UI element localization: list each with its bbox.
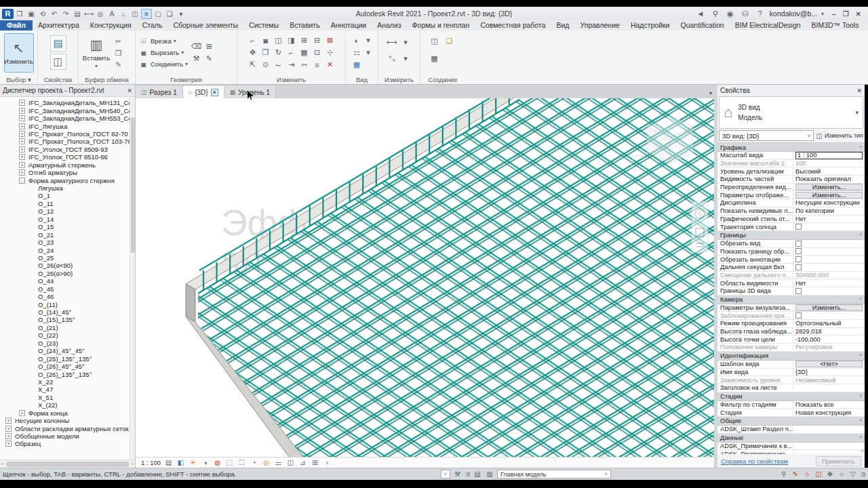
property-value[interactable] (793, 288, 865, 294)
ribbon-tab-сталь[interactable]: Сталь (137, 20, 168, 30)
section-header-стадии[interactable]: Стадии^ (717, 392, 865, 401)
tree-item[interactable]: О_(11) (0, 300, 135, 308)
geometry-row-вырезать[interactable]: ◙Вырезать▾ (138, 47, 188, 58)
temp-view-icon[interactable]: ◫ (286, 458, 295, 468)
property-edit-button[interactable]: Изменить... (795, 192, 863, 199)
paint-icon[interactable]: ⚒ (190, 53, 203, 65)
pan-icon[interactable]: ⇱ (246, 59, 259, 71)
property-value[interactable]: <Нет> (793, 361, 865, 368)
property-value[interactable] (793, 264, 865, 270)
browser-horizontal-scrollbar[interactable]: ‹› (0, 460, 135, 468)
extend-icon[interactable]: ⇥ (285, 59, 298, 71)
select-by-face-icon[interactable]: ◫ (814, 470, 823, 478)
checkbox[interactable] (795, 241, 802, 247)
copy-icon[interactable]: ❐ (259, 47, 272, 59)
default-3d-view-icon[interactable]: ⌂ (118, 9, 129, 19)
tree-item[interactable]: +IFC_Прокат_Полоса_ГОСТ 103-76 (0, 138, 135, 145)
property-value[interactable]: Изменить... (793, 192, 865, 199)
project-browser-header[interactable]: Диспетчер проекта - Проект2.rvt ✕ (0, 85, 135, 97)
expand-box-icon[interactable]: + (5, 433, 12, 439)
expand-box-icon[interactable]: + (19, 169, 25, 176)
tree-item[interactable]: +Несущие колонны (0, 417, 135, 424)
property-edit-button[interactable]: <Нет> (795, 361, 863, 368)
property-value[interactable]: Высокий (793, 168, 865, 175)
modify-button[interactable]: ↖ Изменить (4, 33, 34, 73)
thin-lines-icon[interactable]: ≡ (141, 9, 152, 19)
store-icon[interactable]: ⛁ (740, 9, 751, 19)
tree-item[interactable]: Х_22 (0, 378, 135, 386)
tree-item[interactable]: +IFC_ЗакладнаяДеталь_МН540_Серия 1.4 (0, 106, 135, 114)
tree-item[interactable]: О_12 (0, 207, 135, 215)
tree-item[interactable]: О_(15)_135° (0, 316, 135, 323)
expand-box-icon[interactable]: + (19, 123, 25, 129)
geometry-row-соединить[interactable]: ◙Соединить▾ (138, 58, 188, 70)
type-selector-dropdown-icon[interactable]: ▾ (855, 109, 859, 116)
property-value[interactable]: {3D} (793, 369, 865, 375)
worksets-combo[interactable]: ˅ (441, 470, 450, 479)
ribbon-tab-bim3d-tools[interactable]: BIM3D™ Tools (806, 20, 865, 30)
group-create-icon[interactable]: ◫ (428, 35, 441, 47)
ribbon-tab-архитектура[interactable]: Архитектура (33, 20, 85, 30)
checkbox[interactable] (795, 264, 802, 270)
tree-item[interactable]: +Арматурный стержень (0, 161, 135, 169)
tree-item[interactable]: О_(22) (0, 331, 135, 339)
match-type-icon[interactable]: ✎ (113, 59, 123, 69)
tree-item[interactable]: +IFC_Уголок_ГОСТ 8509-93 (0, 146, 135, 153)
restore-button[interactable]: ❐ (843, 10, 849, 18)
redo-icon[interactable]: ↷ (60, 9, 71, 19)
checkbox[interactable] (795, 248, 802, 254)
scale-button[interactable]: 1 : 100 (141, 459, 161, 466)
print-icon[interactable]: ▤ (72, 9, 83, 19)
split-icon[interactable]: ⊞ (298, 35, 311, 47)
tree-item[interactable]: О_46 (0, 293, 135, 300)
help-icon[interactable]: ? (755, 9, 766, 19)
edit-type-button[interactable]: ◫ Изменить тип (816, 132, 863, 140)
tab-list-dropdown-icon[interactable]: ▾ (709, 90, 712, 96)
dd2-icon[interactable]: ▾ (362, 47, 375, 59)
ribbon-tab-файл[interactable]: Файл (0, 20, 33, 30)
expand-box-icon[interactable]: + (5, 426, 12, 432)
type-selector[interactable]: ⌂ 3D вид Модель ▾ (719, 96, 863, 129)
sun-path-icon[interactable]: ☀ (189, 458, 197, 468)
assembly-icon[interactable]: ❏ (443, 35, 456, 47)
close-icon[interactable]: ✕ (856, 87, 862, 94)
ribbon-tab-надстройки[interactable]: Надстройки (625, 20, 675, 30)
property-value[interactable]: Новая конструкция (793, 409, 865, 416)
detail-level-icon[interactable]: ▤ (164, 458, 173, 468)
section-header-общие[interactable]: Общие^ (717, 417, 865, 426)
select-pinned-icon[interactable]: ⊹ (802, 470, 812, 478)
demolish-icon[interactable]: ✎ (203, 53, 216, 65)
constraints-icon[interactable]: ⊞ (311, 458, 319, 468)
ribbon-tab-quantification[interactable]: Quantification (675, 20, 730, 30)
properties-help-link[interactable]: Справка по свойствам (721, 458, 788, 465)
mirror-axis-icon[interactable]: ◨ (285, 35, 298, 47)
section-header-идентификация[interactable]: Идентификация^ (717, 352, 865, 361)
cut-icon[interactable]: ✂ (113, 36, 123, 46)
collapse-icon[interactable]: ^ (859, 296, 862, 302)
expand-box-icon[interactable]: + (19, 146, 25, 152)
array-icon[interactable]: ▦ (298, 47, 311, 59)
property-value[interactable]: 2829,018 (793, 328, 865, 335)
property-edit-button[interactable]: Изменить... (795, 184, 863, 191)
property-value[interactable]: Нет (793, 216, 865, 222)
properties-icon[interactable]: ▤ (50, 35, 66, 52)
ribbon-tab-совместная-работа[interactable]: Совместная работа (475, 20, 551, 30)
tree-item[interactable]: О_1 (0, 192, 135, 199)
property-value[interactable]: 1 : 100 (793, 152, 865, 159)
tree-item[interactable]: О_26(α>90) (0, 270, 135, 277)
open-icon[interactable]: ❒ (14, 9, 25, 19)
tree-item[interactable]: +IFC_Уголок_ГОСТ 8510-86 (0, 153, 135, 161)
dd3-icon[interactable]: ▾ (399, 37, 412, 49)
measure-icon[interactable]: ⤡ (386, 53, 399, 65)
checkbox[interactable] (795, 256, 802, 262)
element-combo[interactable]: 3D вид: {3D}˅ (719, 130, 814, 141)
match-icon[interactable]: ≡ (311, 59, 323, 71)
text-icon[interactable]: A (106, 9, 117, 19)
expand-icon[interactable]: ‹ (323, 458, 332, 468)
tree-item[interactable]: -Форма арматурного стержня (0, 176, 135, 184)
undo-icon[interactable]: ↶ (49, 9, 60, 19)
properties-header[interactable]: Свойства ✕ (717, 85, 865, 96)
ribbon-tab-аннотации[interactable]: Аннотации (326, 20, 372, 30)
ribbon-tab-системы[interactable]: Системы (243, 20, 284, 30)
section-header-границы[interactable]: Границы^ (717, 231, 865, 240)
